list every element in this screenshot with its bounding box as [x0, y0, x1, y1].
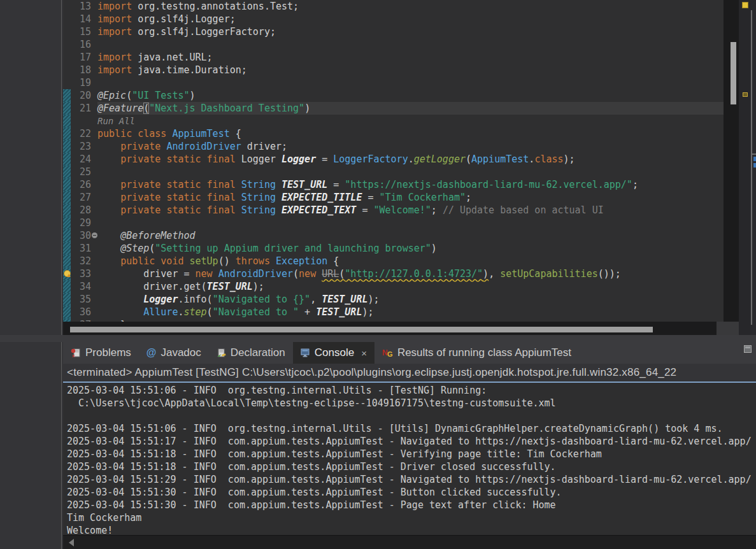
editor-vertical-scrollbar-thumb[interactable] — [731, 42, 736, 104]
code-text[interactable]: public class AppiumTest { — [97, 127, 724, 140]
console-line: 2025-03-04 15:51:30 - INFO com.appium.te… — [67, 486, 756, 499]
code-text[interactable]: driver = new AndroidDriver(new URL("http… — [97, 267, 724, 280]
fold-column — [91, 242, 97, 255]
change-bar — [63, 293, 71, 306]
line-number: 14 — [71, 13, 91, 25]
code-text[interactable]: @BeforeMethod — [97, 229, 724, 242]
codelens-run-all[interactable]: Run All — [97, 116, 135, 126]
java-editor[interactable]: 13import org.testng.annotations.Test;14i… — [63, 0, 724, 325]
quickfix-bulb-icon[interactable] — [64, 270, 70, 278]
code-text[interactable]: @Feature("Next.js Dashboard Testing") — [97, 102, 724, 115]
change-bar — [63, 153, 71, 166]
fold-column — [91, 255, 97, 267]
change-bar — [63, 191, 71, 204]
tab-console[interactable]: Console× — [293, 342, 374, 364]
change-bar — [63, 25, 71, 38]
fold-column — [91, 102, 97, 115]
code-text[interactable]: private static final String EXPECTED_TIT… — [97, 191, 724, 204]
console-line: 2025-03-04 15:51:18 - INFO com.appium.te… — [67, 460, 756, 473]
code-line: 14import org.slf4j.Logger; — [63, 13, 724, 25]
code-text[interactable]: Run All — [97, 115, 724, 127]
console-output[interactable]: 2025-03-04 15:51:06 - INFO org.testng.in… — [63, 383, 756, 535]
minimized-view-icon[interactable] — [753, 163, 756, 168]
change-bar — [63, 38, 71, 51]
code-text[interactable] — [97, 38, 724, 51]
editor-panel-sash[interactable] — [0, 335, 756, 342]
line-number: 31 — [71, 242, 91, 255]
code-text[interactable]: @Epic("UI Tests") — [97, 89, 724, 102]
code-text[interactable]: import org.slf4j.LoggerFactory; — [97, 25, 724, 38]
line-number: 35 — [71, 293, 91, 306]
code-text[interactable]: Logger.info("Navigated to {}", TEST_URL)… — [97, 293, 724, 306]
code-line: 32 public void setUp() throws Exception … — [63, 255, 724, 267]
code-text[interactable]: private static final String TEST_URL = "… — [97, 178, 724, 191]
fold-column — [91, 25, 97, 38]
line-number: 19 — [71, 76, 91, 89]
fold-column — [91, 51, 97, 64]
tab-declaration[interactable]: Declaration — [209, 342, 293, 364]
minimized-view-icon[interactable] — [753, 157, 756, 161]
code-line: 16 — [63, 38, 724, 51]
code-text[interactable]: import java.net.URL; — [97, 51, 724, 64]
change-bar — [63, 89, 71, 102]
fold-column — [91, 306, 97, 318]
code-line: 13import org.testng.annotations.Test; — [63, 0, 724, 13]
code-text[interactable]: import org.slf4j.Logger; — [97, 13, 724, 25]
editor-vertical-scrollbar[interactable] — [724, 0, 739, 322]
occurrence-marker-icon[interactable] — [742, 2, 748, 8]
code-text[interactable] — [97, 217, 724, 229]
change-bar — [63, 51, 71, 64]
code-text[interactable]: private static final Logger Logger = Log… — [97, 153, 724, 166]
code-line: 29 — [63, 217, 724, 229]
change-bar — [63, 217, 71, 229]
change-bar — [63, 115, 71, 127]
editor-horizontal-scrollbar-thumb[interactable] — [70, 327, 653, 332]
change-bar — [63, 178, 71, 191]
svg-text:x: x — [72, 353, 75, 358]
change-bar — [63, 140, 71, 153]
code-text[interactable] — [97, 76, 724, 89]
editor-horizontal-scrollbar[interactable] — [63, 322, 717, 335]
line-number: 36 — [71, 306, 91, 318]
fold-column — [91, 38, 97, 51]
line-number — [71, 115, 91, 127]
warning-marker-icon[interactable] — [743, 92, 748, 97]
bottom-view-panel: xProblems@JavadocDeclarationConsole×NGRe… — [63, 342, 756, 549]
code-text[interactable]: import org.testng.annotations.Test; — [97, 0, 724, 13]
close-icon[interactable]: × — [361, 348, 367, 359]
code-text[interactable]: Allure.step("Navigated to " + TEST_URL); — [97, 306, 724, 318]
console-status-line: <terminated> AppiumTest [TestNG] C:\User… — [63, 364, 756, 381]
code-text[interactable]: public void setUp() throws Exception { — [97, 255, 724, 267]
console-horizontal-scrollbar[interactable] — [63, 535, 756, 549]
tab-javadoc[interactable]: @Javadoc — [139, 342, 209, 364]
line-number: 20 — [71, 89, 91, 102]
console-line: 2025-03-04 15:51:06 - INFO org.testng.in… — [67, 422, 756, 435]
tab-results[interactable]: NGResults of running class AppiumTest — [374, 342, 579, 364]
change-bar — [63, 267, 71, 280]
code-text[interactable]: private static final String EXPECTED_TEX… — [97, 204, 724, 217]
code-text[interactable]: driver.get(TEST_URL); — [97, 280, 724, 293]
code-line: 36 Allure.step("Navigated to " + TEST_UR… — [63, 306, 724, 318]
overview-ruler[interactable] — [739, 0, 750, 335]
code-lens-row: Run All — [63, 115, 724, 127]
change-bar — [63, 64, 71, 76]
change-bar — [63, 127, 71, 140]
line-number: 25 — [71, 166, 91, 178]
line-number: 21 — [71, 102, 91, 115]
fold-collapse-icon[interactable] — [92, 232, 97, 238]
code-line: 22public class AppiumTest { — [63, 127, 724, 140]
restore-view-button[interactable] — [744, 345, 752, 353]
code-line: 27 private static final String EXPECTED_… — [63, 191, 724, 204]
code-text[interactable]: private AndroidDriver driver; — [97, 140, 724, 153]
tab-problems[interactable]: xProblems — [63, 342, 139, 364]
fold-column — [91, 166, 97, 178]
code-text[interactable] — [97, 166, 724, 178]
scroll-left-arrow-icon[interactable] — [69, 539, 74, 546]
code-text[interactable]: @Step("Setting up Appium driver and laun… — [97, 242, 724, 255]
editor-scrollbar-corner — [717, 322, 739, 335]
code-text[interactable]: import java.time.Duration; — [97, 64, 724, 76]
console-line: C:\Users\tjcoc\AppData\Local\Temp\testng… — [67, 397, 756, 410]
line-number: 18 — [71, 64, 91, 76]
tab-label: Console — [315, 346, 354, 359]
console-line: Welcome! — [67, 524, 756, 535]
